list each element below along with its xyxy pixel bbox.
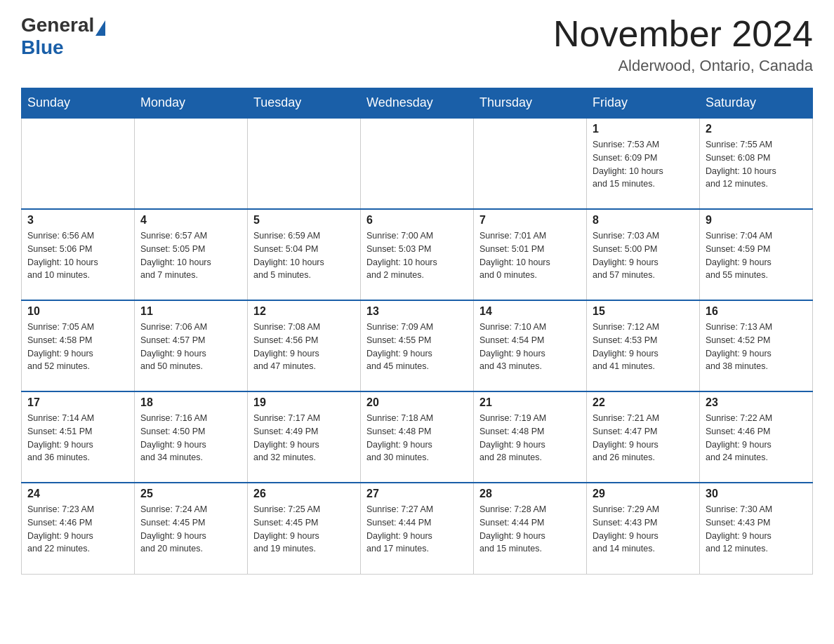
day-number: 19	[253, 396, 355, 409]
day-number: 17	[27, 396, 128, 409]
day-cell: 4Sunrise: 6:57 AMSunset: 5:05 PMDaylight…	[135, 209, 248, 300]
day-cell: 9Sunrise: 7:04 AMSunset: 4:59 PMDaylight…	[700, 209, 813, 300]
logo-blue-text: Blue	[21, 36, 64, 59]
day-info: Sunrise: 7:01 AMSunset: 5:01 PMDaylight:…	[479, 229, 581, 282]
day-info: Sunrise: 7:19 AMSunset: 4:48 PMDaylight:…	[479, 412, 581, 464]
day-cell: 13Sunrise: 7:09 AMSunset: 4:55 PMDayligh…	[361, 300, 474, 391]
day-info: Sunrise: 7:25 AMSunset: 4:45 PMDaylight:…	[253, 503, 355, 556]
day-cell	[361, 118, 474, 209]
day-cell: 10Sunrise: 7:05 AMSunset: 4:58 PMDayligh…	[22, 300, 135, 391]
week-row-0: 1Sunrise: 7:53 AMSunset: 6:09 PMDaylight…	[22, 118, 813, 209]
day-cell: 5Sunrise: 6:59 AMSunset: 5:04 PMDaylight…	[248, 209, 361, 300]
day-info: Sunrise: 7:23 AMSunset: 4:46 PMDaylight:…	[27, 503, 128, 556]
day-info: Sunrise: 6:59 AMSunset: 5:04 PMDaylight:…	[253, 229, 355, 282]
day-info: Sunrise: 7:14 AMSunset: 4:51 PMDaylight:…	[27, 412, 128, 464]
day-number: 15	[593, 305, 694, 318]
month-title: November 2024	[553, 14, 813, 54]
day-number: 9	[706, 214, 807, 227]
day-cell	[248, 118, 361, 209]
day-info: Sunrise: 7:09 AMSunset: 4:55 PMDaylight:…	[366, 321, 468, 373]
day-info: Sunrise: 7:22 AMSunset: 4:46 PMDaylight:…	[706, 412, 807, 464]
day-cell: 7Sunrise: 7:01 AMSunset: 5:01 PMDaylight…	[474, 209, 587, 300]
day-info: Sunrise: 7:21 AMSunset: 4:47 PMDaylight:…	[593, 412, 694, 464]
week-row-3: 17Sunrise: 7:14 AMSunset: 4:51 PMDayligh…	[22, 391, 813, 483]
day-cell: 18Sunrise: 7:16 AMSunset: 4:50 PMDayligh…	[135, 391, 248, 483]
day-number: 6	[366, 214, 468, 227]
day-info: Sunrise: 7:17 AMSunset: 4:49 PMDaylight:…	[253, 412, 355, 464]
day-info: Sunrise: 7:08 AMSunset: 4:56 PMDaylight:…	[253, 321, 355, 373]
day-number: 24	[27, 488, 128, 500]
day-cell: 19Sunrise: 7:17 AMSunset: 4:49 PMDayligh…	[248, 391, 361, 483]
day-cell: 22Sunrise: 7:21 AMSunset: 4:47 PMDayligh…	[587, 391, 700, 483]
location-text: Alderwood, Ontario, Canada	[553, 57, 813, 75]
weekday-header-row: SundayMondayTuesdayWednesdayThursdayFrid…	[22, 88, 813, 119]
day-number: 11	[140, 305, 241, 318]
day-cell: 28Sunrise: 7:28 AMSunset: 4:44 PMDayligh…	[474, 483, 587, 574]
day-info: Sunrise: 7:04 AMSunset: 4:59 PMDaylight:…	[706, 229, 807, 282]
day-info: Sunrise: 6:57 AMSunset: 5:05 PMDaylight:…	[140, 229, 241, 282]
day-number: 30	[706, 488, 807, 500]
weekday-header-thursday: Thursday	[474, 88, 587, 119]
day-cell: 17Sunrise: 7:14 AMSunset: 4:51 PMDayligh…	[22, 391, 135, 483]
day-cell: 11Sunrise: 7:06 AMSunset: 4:57 PMDayligh…	[135, 300, 248, 391]
week-row-2: 10Sunrise: 7:05 AMSunset: 4:58 PMDayligh…	[22, 300, 813, 391]
day-cell: 8Sunrise: 7:03 AMSunset: 5:00 PMDaylight…	[587, 209, 700, 300]
day-number: 8	[593, 214, 694, 227]
day-number: 21	[479, 396, 581, 409]
day-number: 4	[140, 214, 241, 227]
day-number: 1	[593, 123, 694, 135]
title-block: November 2024 Alderwood, Ontario, Canada	[553, 14, 813, 75]
weekday-header-saturday: Saturday	[700, 88, 813, 119]
weekday-header-sunday: Sunday	[22, 88, 135, 119]
weekday-header-tuesday: Tuesday	[248, 88, 361, 119]
logo: General Blue	[21, 14, 107, 59]
day-number: 14	[479, 305, 581, 318]
day-cell: 3Sunrise: 6:56 AMSunset: 5:06 PMDaylight…	[22, 209, 135, 300]
day-number: 16	[706, 305, 807, 318]
day-number: 20	[366, 396, 468, 409]
day-cell: 12Sunrise: 7:08 AMSunset: 4:56 PMDayligh…	[248, 300, 361, 391]
day-cell: 29Sunrise: 7:29 AMSunset: 4:43 PMDayligh…	[587, 483, 700, 574]
day-number: 23	[706, 396, 807, 409]
day-number: 12	[253, 305, 355, 318]
day-info: Sunrise: 7:10 AMSunset: 4:54 PMDaylight:…	[479, 321, 581, 373]
day-cell: 6Sunrise: 7:00 AMSunset: 5:03 PMDaylight…	[361, 209, 474, 300]
day-cell: 1Sunrise: 7:53 AMSunset: 6:09 PMDaylight…	[587, 118, 700, 209]
day-number: 2	[706, 123, 807, 135]
calendar-table: SundayMondayTuesdayWednesdayThursdayFrid…	[21, 88, 813, 575]
day-number: 29	[593, 488, 694, 500]
day-number: 7	[479, 214, 581, 227]
day-info: Sunrise: 7:12 AMSunset: 4:53 PMDaylight:…	[593, 321, 694, 373]
day-number: 18	[140, 396, 241, 409]
day-number: 3	[27, 214, 128, 227]
day-number: 26	[253, 488, 355, 500]
day-cell: 20Sunrise: 7:18 AMSunset: 4:48 PMDayligh…	[361, 391, 474, 483]
day-number: 28	[479, 488, 581, 500]
day-number: 13	[366, 305, 468, 318]
day-cell: 30Sunrise: 7:30 AMSunset: 4:43 PMDayligh…	[700, 483, 813, 574]
weekday-header-wednesday: Wednesday	[361, 88, 474, 119]
weekday-header-friday: Friday	[587, 88, 700, 119]
day-info: Sunrise: 7:55 AMSunset: 6:08 PMDaylight:…	[706, 138, 807, 191]
day-info: Sunrise: 7:13 AMSunset: 4:52 PMDaylight:…	[706, 321, 807, 373]
page-header: General Blue November 2024 Alderwood, On…	[21, 14, 813, 75]
day-number: 25	[140, 488, 241, 500]
day-number: 10	[27, 305, 128, 318]
day-cell: 14Sunrise: 7:10 AMSunset: 4:54 PMDayligh…	[474, 300, 587, 391]
day-info: Sunrise: 7:05 AMSunset: 4:58 PMDaylight:…	[27, 321, 128, 373]
day-info: Sunrise: 7:18 AMSunset: 4:48 PMDaylight:…	[366, 412, 468, 464]
logo-general-text: General	[21, 14, 94, 36]
day-number: 5	[253, 214, 355, 227]
day-cell	[474, 118, 587, 209]
day-info: Sunrise: 6:56 AMSunset: 5:06 PMDaylight:…	[27, 229, 128, 282]
week-row-4: 24Sunrise: 7:23 AMSunset: 4:46 PMDayligh…	[22, 483, 813, 574]
day-number: 27	[366, 488, 468, 500]
day-info: Sunrise: 7:28 AMSunset: 4:44 PMDaylight:…	[479, 503, 581, 556]
day-cell: 23Sunrise: 7:22 AMSunset: 4:46 PMDayligh…	[700, 391, 813, 483]
day-number: 22	[593, 396, 694, 409]
day-cell: 25Sunrise: 7:24 AMSunset: 4:45 PMDayligh…	[135, 483, 248, 574]
weekday-header-monday: Monday	[135, 88, 248, 119]
day-cell: 21Sunrise: 7:19 AMSunset: 4:48 PMDayligh…	[474, 391, 587, 483]
day-cell	[22, 118, 135, 209]
logo-triangle-icon	[95, 20, 105, 36]
